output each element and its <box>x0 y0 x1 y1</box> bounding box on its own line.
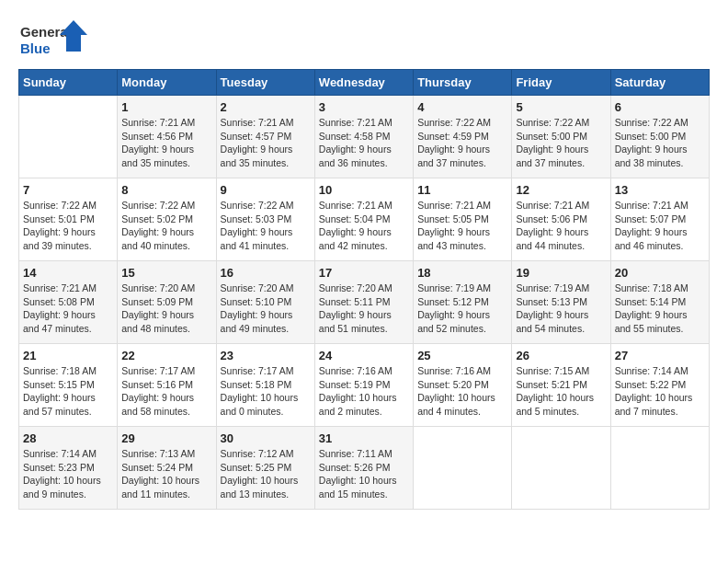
day-info: Sunrise: 7:20 AM Sunset: 5:10 PM Dayligh… <box>221 282 311 336</box>
day-cell: 9Sunrise: 7:22 AM Sunset: 5:03 PM Daylig… <box>216 178 314 261</box>
day-cell: 21Sunrise: 7:18 AM Sunset: 5:15 PM Dayli… <box>19 344 118 427</box>
day-cell: 6Sunrise: 7:22 AM Sunset: 5:00 PM Daylig… <box>610 96 709 178</box>
day-number: 16 <box>221 266 311 280</box>
day-info: Sunrise: 7:21 AM Sunset: 4:56 PM Dayligh… <box>121 116 211 170</box>
day-number: 8 <box>121 183 211 197</box>
day-number: 28 <box>23 431 113 445</box>
day-info: Sunrise: 7:16 AM Sunset: 5:20 PM Dayligh… <box>417 364 507 419</box>
day-cell: 29Sunrise: 7:13 AM Sunset: 5:24 PM Dayli… <box>118 427 216 510</box>
day-info: Sunrise: 7:13 AM Sunset: 5:24 PM Dayligh… <box>121 447 211 501</box>
day-number: 2 <box>221 100 311 114</box>
day-number: 12 <box>516 183 606 197</box>
day-number: 20 <box>615 266 705 280</box>
day-number: 19 <box>516 266 606 280</box>
day-info: Sunrise: 7:21 AM Sunset: 4:57 PM Dayligh… <box>221 116 311 170</box>
day-info: Sunrise: 7:21 AM Sunset: 4:58 PM Dayligh… <box>319 116 409 170</box>
day-number: 17 <box>319 266 409 280</box>
day-info: Sunrise: 7:14 AM Sunset: 5:23 PM Dayligh… <box>23 447 113 501</box>
day-number: 31 <box>319 431 409 445</box>
day-number: 26 <box>516 349 606 362</box>
day-number: 5 <box>516 100 606 114</box>
day-cell: 17Sunrise: 7:20 AM Sunset: 5:11 PM Dayli… <box>314 261 413 344</box>
day-info: Sunrise: 7:18 AM Sunset: 5:15 PM Dayligh… <box>23 364 113 419</box>
day-cell: 18Sunrise: 7:19 AM Sunset: 5:12 PM Dayli… <box>414 261 512 344</box>
day-info: Sunrise: 7:22 AM Sunset: 5:00 PM Dayligh… <box>516 116 606 170</box>
day-info: Sunrise: 7:22 AM Sunset: 5:01 PM Dayligh… <box>23 199 113 253</box>
day-cell: 22Sunrise: 7:17 AM Sunset: 5:16 PM Dayli… <box>118 344 216 427</box>
day-info: Sunrise: 7:21 AM Sunset: 5:06 PM Dayligh… <box>516 199 606 253</box>
day-number: 4 <box>417 100 507 114</box>
day-number: 18 <box>417 266 507 280</box>
day-cell: 5Sunrise: 7:22 AM Sunset: 5:00 PM Daylig… <box>512 96 610 178</box>
day-cell: 15Sunrise: 7:20 AM Sunset: 5:09 PM Dayli… <box>118 261 216 344</box>
day-info: Sunrise: 7:15 AM Sunset: 5:21 PM Dayligh… <box>516 364 606 419</box>
day-info: Sunrise: 7:17 AM Sunset: 5:16 PM Dayligh… <box>121 364 211 419</box>
day-info: Sunrise: 7:22 AM Sunset: 5:00 PM Dayligh… <box>615 116 705 170</box>
day-number: 23 <box>221 349 311 362</box>
day-number: 27 <box>615 349 705 362</box>
day-cell: 13Sunrise: 7:21 AM Sunset: 5:07 PM Dayli… <box>610 178 709 261</box>
day-cell: 11Sunrise: 7:21 AM Sunset: 5:05 PM Dayli… <box>414 178 512 261</box>
day-info: Sunrise: 7:11 AM Sunset: 5:26 PM Dayligh… <box>319 447 409 501</box>
day-info: Sunrise: 7:20 AM Sunset: 5:09 PM Dayligh… <box>121 282 211 336</box>
day-number: 3 <box>319 100 409 114</box>
day-info: Sunrise: 7:17 AM Sunset: 5:18 PM Dayligh… <box>221 364 311 419</box>
day-cell: 28Sunrise: 7:14 AM Sunset: 5:23 PM Dayli… <box>19 427 118 510</box>
week-row-5: 28Sunrise: 7:14 AM Sunset: 5:23 PM Dayli… <box>19 427 710 510</box>
day-info: Sunrise: 7:14 AM Sunset: 5:22 PM Dayligh… <box>615 364 705 419</box>
day-cell <box>512 427 610 510</box>
week-row-2: 7Sunrise: 7:22 AM Sunset: 5:01 PM Daylig… <box>19 178 710 261</box>
day-number: 30 <box>221 431 311 445</box>
svg-text:Blue: Blue <box>20 40 51 56</box>
day-cell: 14Sunrise: 7:21 AM Sunset: 5:08 PM Dayli… <box>19 261 118 344</box>
day-number: 13 <box>615 183 705 197</box>
day-cell: 24Sunrise: 7:16 AM Sunset: 5:19 PM Dayli… <box>314 344 413 427</box>
header-day-wednesday: Wednesday <box>314 70 413 96</box>
day-cell: 2Sunrise: 7:21 AM Sunset: 4:57 PM Daylig… <box>216 96 314 178</box>
day-number: 21 <box>23 349 113 362</box>
day-info: Sunrise: 7:16 AM Sunset: 5:19 PM Dayligh… <box>319 364 409 419</box>
week-row-3: 14Sunrise: 7:21 AM Sunset: 5:08 PM Dayli… <box>19 261 710 344</box>
day-info: Sunrise: 7:20 AM Sunset: 5:11 PM Dayligh… <box>319 282 409 336</box>
day-number: 6 <box>615 100 705 114</box>
day-number: 29 <box>121 431 211 445</box>
day-info: Sunrise: 7:21 AM Sunset: 5:08 PM Dayligh… <box>23 282 113 336</box>
day-info: Sunrise: 7:22 AM Sunset: 4:59 PM Dayligh… <box>417 116 507 170</box>
day-info: Sunrise: 7:18 AM Sunset: 5:14 PM Dayligh… <box>615 282 705 336</box>
day-cell <box>610 427 709 510</box>
week-row-1: 1Sunrise: 7:21 AM Sunset: 4:56 PM Daylig… <box>19 96 710 178</box>
day-info: Sunrise: 7:19 AM Sunset: 5:13 PM Dayligh… <box>516 282 606 336</box>
day-info: Sunrise: 7:21 AM Sunset: 5:04 PM Dayligh… <box>319 199 409 253</box>
day-cell: 12Sunrise: 7:21 AM Sunset: 5:06 PM Dayli… <box>512 178 610 261</box>
day-number: 14 <box>23 266 113 280</box>
day-cell: 30Sunrise: 7:12 AM Sunset: 5:25 PM Dayli… <box>216 427 314 510</box>
day-number: 15 <box>121 266 211 280</box>
day-cell: 19Sunrise: 7:19 AM Sunset: 5:13 PM Dayli… <box>512 261 610 344</box>
header-day-thursday: Thursday <box>414 70 512 96</box>
day-info: Sunrise: 7:22 AM Sunset: 5:02 PM Dayligh… <box>121 199 211 253</box>
header-row: SundayMondayTuesdayWednesdayThursdayFrid… <box>19 70 710 96</box>
day-number: 7 <box>23 183 113 197</box>
header-day-friday: Friday <box>512 70 610 96</box>
day-cell: 25Sunrise: 7:16 AM Sunset: 5:20 PM Dayli… <box>414 344 512 427</box>
day-cell: 23Sunrise: 7:17 AM Sunset: 5:18 PM Dayli… <box>216 344 314 427</box>
logo: GeneralBlue <box>18 18 92 60</box>
day-cell: 8Sunrise: 7:22 AM Sunset: 5:02 PM Daylig… <box>118 178 216 261</box>
day-cell: 4Sunrise: 7:22 AM Sunset: 4:59 PM Daylig… <box>414 96 512 178</box>
day-cell <box>414 427 512 510</box>
day-cell: 7Sunrise: 7:22 AM Sunset: 5:01 PM Daylig… <box>19 178 118 261</box>
day-cell: 1Sunrise: 7:21 AM Sunset: 4:56 PM Daylig… <box>118 96 216 178</box>
day-info: Sunrise: 7:19 AM Sunset: 5:12 PM Dayligh… <box>417 282 507 336</box>
day-number: 1 <box>121 100 211 114</box>
day-number: 24 <box>319 349 409 362</box>
day-number: 10 <box>319 183 409 197</box>
day-cell: 16Sunrise: 7:20 AM Sunset: 5:10 PM Dayli… <box>216 261 314 344</box>
day-cell <box>19 96 118 178</box>
day-number: 25 <box>417 349 507 362</box>
day-info: Sunrise: 7:22 AM Sunset: 5:03 PM Dayligh… <box>221 199 311 253</box>
day-cell: 31Sunrise: 7:11 AM Sunset: 5:26 PM Dayli… <box>314 427 413 510</box>
page-header: GeneralBlue <box>18 18 710 60</box>
logo-svg: GeneralBlue <box>18 18 92 60</box>
calendar-table: SundayMondayTuesdayWednesdayThursdayFrid… <box>18 69 710 510</box>
day-info: Sunrise: 7:21 AM Sunset: 5:07 PM Dayligh… <box>615 199 705 253</box>
